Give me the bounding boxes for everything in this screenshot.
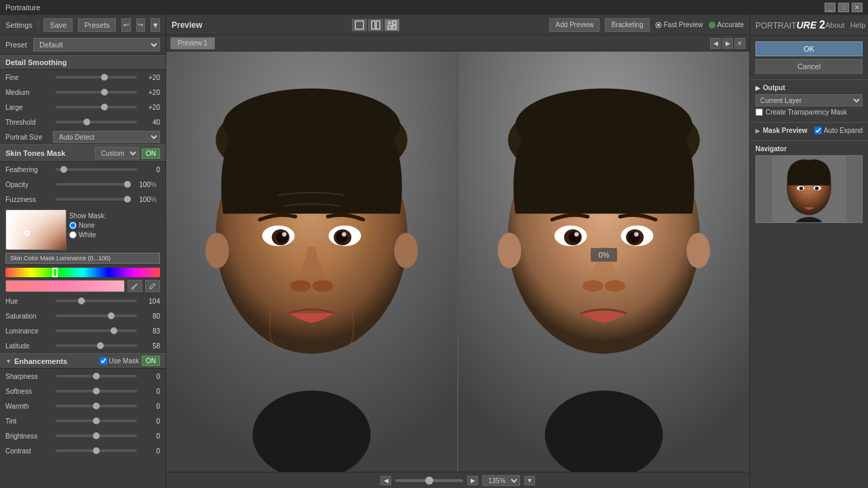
svg-point-53 — [810, 199, 814, 202]
navigator-thumbnail — [755, 155, 863, 223]
titlebar: Portraiture _ □ ✕ — [0, 0, 868, 15]
opacity-value: 100 — [130, 181, 151, 188]
large-label: Large — [5, 104, 53, 111]
use-mask-label: Use Mask — [109, 357, 139, 365]
accurate-indicator — [709, 22, 715, 28]
next-button[interactable]: ▶ — [722, 38, 733, 49]
brush-button[interactable] — [145, 280, 160, 292]
image-split: 0% — [166, 52, 749, 472]
color-gradient[interactable] — [5, 209, 66, 250]
fuzziness-label: Fuzziness — [5, 196, 53, 203]
scroll-left-button[interactable]: ◀ — [380, 476, 391, 485]
portrait-size-select[interactable]: Auto Detect — [53, 131, 160, 143]
hue-label: Hue — [5, 298, 53, 305]
ok-button[interactable]: OK — [755, 41, 863, 56]
preset-select[interactable]: Default — [33, 38, 160, 52]
softness-label: Softness — [5, 388, 53, 395]
svg-point-38 — [574, 232, 579, 237]
about-link[interactable]: About — [825, 21, 845, 29]
hue-bar[interactable] — [5, 268, 160, 277]
prev-button[interactable]: ◀ — [710, 38, 721, 49]
color-cursor — [24, 230, 30, 236]
skin-tones-mode[interactable]: Custom — [95, 147, 139, 159]
mask-arrow-icon: ▶ — [755, 127, 760, 134]
single-view-button[interactable] — [352, 19, 367, 31]
svg-point-16 — [205, 233, 229, 268]
contrast-value: 0 — [140, 447, 160, 455]
saturation-track — [56, 314, 137, 317]
scroll-right-button[interactable]: ▶ — [467, 476, 478, 485]
threshold-value: 40 — [140, 119, 160, 126]
undo-button[interactable]: ↩ — [121, 18, 131, 32]
svg-point-52 — [804, 199, 809, 202]
preview-tab-1[interactable]: Preview 1 — [170, 37, 215, 49]
close-button[interactable]: ✕ — [852, 3, 863, 12]
create-mask-checkbox[interactable] — [755, 108, 763, 116]
saturation-thumb — [108, 312, 115, 319]
cancel-button[interactable]: Cancel — [755, 59, 863, 74]
minimize-button[interactable]: _ — [825, 3, 835, 12]
eyedropper-button[interactable] — [127, 280, 142, 292]
portraiture-header: PORTRAITURE 2 About Help — [750, 15, 868, 36]
enhancements-on-button[interactable]: ON — [142, 356, 160, 366]
action-buttons: OK Cancel — [750, 36, 868, 79]
skin-tones-header: Skin Tones Mask Custom ON — [0, 144, 165, 162]
svg-rect-6 — [393, 21, 396, 24]
auto-expand-checkbox[interactable] — [814, 127, 822, 134]
feathering-label: Feathering — [5, 166, 53, 174]
titlebar-title: Portraiture — [5, 3, 825, 12]
saturation-row: Saturation 80 — [0, 308, 165, 323]
medium-label: Medium — [5, 89, 53, 96]
color-picker-area: Show Mask: None White Skin Color Mask Lu… — [0, 207, 165, 266]
zoom-select[interactable]: 135% 100% 75% 50% — [482, 475, 520, 486]
add-preview-button[interactable]: Add Preview — [549, 18, 599, 32]
scroll-track — [395, 479, 463, 482]
help-link[interactable]: Help — [850, 21, 866, 29]
output-section: ▶ Output Current Layer Create Transparen… — [750, 79, 868, 122]
preset-row: Preset Default — [0, 35, 165, 55]
tint-label: Tint — [5, 418, 53, 425]
close-preview-button[interactable]: ✕ — [734, 38, 745, 49]
svg-point-27 — [313, 280, 333, 291]
show-mask-none-row[interactable]: None — [69, 222, 106, 229]
threshold-row: Threshold 40 — [0, 115, 165, 129]
sharpness-track — [56, 375, 137, 378]
image-area: 0% — [166, 52, 749, 472]
opacity-thumb — [124, 181, 131, 188]
portraiture-ure: URE — [796, 20, 816, 30]
portrait-size-label: Portrait Size — [5, 134, 53, 141]
feathering-thumb — [60, 166, 67, 173]
large-row: Large +20 — [0, 100, 165, 115]
contrast-row: Contrast 0 — [0, 443, 165, 458]
collapse-arrow-icon: ▼ — [5, 358, 12, 365]
more-button[interactable]: ▼ — [151, 18, 160, 32]
right-panel: PORTRAITURE 2 About Help OK Cancel ▶ Out… — [749, 15, 868, 488]
show-mask-white-row[interactable]: White — [69, 231, 106, 239]
bracketing-button[interactable]: Bracketing — [605, 18, 649, 32]
fast-preview-icon — [655, 22, 662, 28]
portraiture-version: 2 — [819, 19, 825, 31]
feathering-row: Feathering 0 — [0, 162, 165, 177]
svg-point-24 — [336, 231, 347, 243]
sharpness-thumb — [93, 373, 100, 380]
dual-view-button[interactable] — [384, 19, 399, 31]
scroll-thumb[interactable] — [425, 476, 433, 485]
save-button[interactable]: Save — [43, 18, 73, 32]
fast-preview-label: Fast Preview — [664, 21, 703, 28]
svg-point-25 — [342, 232, 347, 237]
maximize-button[interactable]: □ — [838, 3, 849, 12]
skin-tones-on-button[interactable]: ON — [142, 148, 160, 159]
use-mask-checkbox[interactable] — [100, 357, 107, 365]
show-mask-none-radio[interactable] — [69, 222, 77, 229]
split-view-button[interactable] — [368, 19, 383, 31]
contrast-thumb — [93, 447, 100, 454]
fuzziness-track — [56, 198, 127, 201]
zoom-dropdown-button[interactable]: ▼ — [524, 476, 535, 485]
fine-value: +20 — [140, 74, 160, 81]
feathering-track — [56, 168, 137, 171]
output-layer-select[interactable]: Current Layer — [755, 94, 863, 106]
presets-button[interactable]: Presets — [78, 18, 115, 32]
contrast-label: Contrast — [5, 447, 53, 455]
redo-button[interactable]: ↪ — [136, 18, 146, 32]
show-mask-white-radio[interactable] — [69, 231, 77, 239]
